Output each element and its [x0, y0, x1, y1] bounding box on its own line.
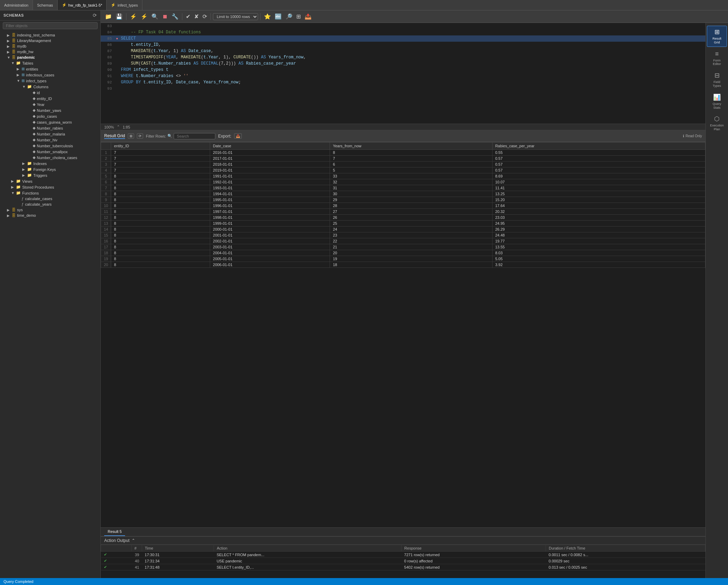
- folder-columns[interactable]: ▼ 📁 Columns: [0, 84, 100, 90]
- col-response[interactable]: Response: [402, 545, 546, 552]
- column-item-id[interactable]: ◆ id: [0, 90, 100, 96]
- folder-functions[interactable]: ▼ 📁 Functions: [0, 190, 100, 196]
- table-row[interactable]: 272017-01-0170.57: [101, 156, 705, 162]
- search-input[interactable]: [174, 133, 215, 139]
- table-row[interactable]: 1782003-01-012113.55: [101, 244, 705, 250]
- export-button[interactable]: 📤: [303, 13, 313, 20]
- column-item-rabies[interactable]: ◆ Number_rabies: [0, 125, 100, 131]
- table-row[interactable]: 1281998-01-012623.03: [101, 215, 705, 221]
- schema-item-sys[interactable]: ▶ 🗄 sys: [0, 207, 100, 213]
- table-cell: 1998-01-01: [210, 215, 330, 221]
- table-item-infect-types[interactable]: ▼ ⊞ infect_types: [0, 78, 100, 84]
- table-row[interactable]: 1181997-01-012720.32: [101, 209, 705, 215]
- sidebar-action-icon[interactable]: ⟳: [93, 13, 97, 18]
- column-item-year[interactable]: ◆ Year: [0, 101, 100, 107]
- format-button[interactable]: 🔤: [273, 13, 283, 20]
- col-time[interactable]: Time: [142, 545, 214, 552]
- table-row[interactable]: 372018-01-0160.57: [101, 162, 705, 167]
- column-item-polio[interactable]: ◆ polio_cases: [0, 113, 100, 119]
- data-grid-wrapper[interactable]: entity_ID Date_case Years_from_now Rabie…: [101, 142, 705, 527]
- form-editor-panel-button[interactable]: ≡ FormEditor: [707, 48, 727, 68]
- table-item-entities[interactable]: ▶ ⊞ entities: [0, 66, 100, 72]
- schema-item-time-demo[interactable]: ▶ 🗄 time_demo: [0, 213, 100, 218]
- grid-view-button[interactable]: ⊞: [128, 133, 134, 139]
- table-row[interactable]: 1482000-01-012426.29: [101, 226, 705, 232]
- zoom-controls[interactable]: ⌃: [117, 125, 120, 129]
- table-row[interactable]: 1582001-01-012324.48: [101, 232, 705, 238]
- table-row[interactable]: 581991-01-01338.69: [101, 173, 705, 179]
- col-header-years[interactable]: Years_from_now: [330, 142, 492, 150]
- folder-foreign-keys[interactable]: ▶ 📁 Foreign Keys: [0, 166, 100, 172]
- column-item-cholera[interactable]: ◆ Number_cholera_cases: [0, 155, 100, 160]
- execute-button[interactable]: ⚡: [129, 13, 138, 20]
- schema-item-library[interactable]: ▶ 🗄 LibraryManagement: [0, 38, 100, 43]
- commit-button[interactable]: ✔: [184, 13, 192, 20]
- tools-button[interactable]: 🔧: [170, 13, 180, 20]
- query-stats-panel-button[interactable]: 📊 QueryStats: [707, 91, 727, 112]
- table-row[interactable]: 681992-01-013210.07: [101, 179, 705, 185]
- save-button[interactable]: 💾: [114, 13, 124, 20]
- column-item-entity-id[interactable]: ◆ entity_ID: [0, 96, 100, 101]
- execution-plan-panel-button[interactable]: ⬡ ExecutionPlan: [707, 113, 727, 133]
- column-item-smallpox[interactable]: ◆ Number_smallpox: [0, 149, 100, 155]
- table-row[interactable]: 881994-01-013013.25: [101, 191, 705, 197]
- schema-item-pandemic[interactable]: ▼ 🗄 pandemic: [0, 55, 100, 60]
- grid-refresh-button[interactable]: ⟳: [137, 133, 143, 139]
- tab-administration[interactable]: Administration: [0, 0, 33, 10]
- execute-current-button[interactable]: ⚡: [139, 13, 149, 20]
- folder-tables[interactable]: ▼ 📁 Tables: [0, 60, 100, 66]
- filter-objects-input[interactable]: [3, 22, 98, 29]
- result-grid-panel-button[interactable]: ⊞ ResultGrid: [707, 26, 727, 47]
- table-row[interactable]: 172016-01-0180.55: [101, 150, 705, 156]
- action-expand-icon[interactable]: ⌃: [132, 538, 135, 543]
- table-row[interactable]: 1381999-01-012524.95: [101, 221, 705, 226]
- rollback-button[interactable]: ✘: [193, 13, 200, 20]
- column-item-malaria[interactable]: ◆ Number_malaria: [0, 131, 100, 137]
- limit-select[interactable]: Limit to 10000 rows: [213, 13, 258, 20]
- col-header-date-case[interactable]: Date_case: [210, 142, 330, 150]
- table-row[interactable]: 2082006-01-01183.92: [101, 262, 705, 268]
- table-row[interactable]: 1682002-01-012219.77: [101, 238, 705, 244]
- column-item-hiv[interactable]: ◆ Number_hiv: [0, 137, 100, 143]
- field-types-panel-button[interactable]: ⊟ FieldTypes: [707, 69, 727, 90]
- folder-views[interactable]: ▶ 📁 Views: [0, 178, 100, 184]
- col-header-entity-id[interactable]: entity_ID: [111, 142, 210, 150]
- col-header-rabies[interactable]: Rabies_case_per_year: [492, 142, 705, 150]
- schema-item-mydb-hw[interactable]: ▶ 🗄 mydb_hw: [0, 49, 100, 55]
- column-item-guinea[interactable]: ◆ cases_guinea_worm: [0, 119, 100, 125]
- schema-item-mydb[interactable]: ▶ 🗄 mydb: [0, 43, 100, 49]
- column-item-number-yaws[interactable]: ◆ Number_yaws: [0, 107, 100, 113]
- table-item-infectious[interactable]: ▶ ⊞ infectious_cases: [0, 72, 100, 78]
- tab-schemas[interactable]: Schemas: [33, 0, 58, 10]
- schema-item-indexing[interactable]: ▶ 🗄 indexing_test_schema: [0, 32, 100, 38]
- table-row[interactable]: 981995-01-012915.20: [101, 197, 705, 203]
- table-row[interactable]: 472019-01-0150.57: [101, 167, 705, 173]
- table-row[interactable]: 1982005-01-01195.05: [101, 256, 705, 262]
- open-file-button[interactable]: 📁: [104, 13, 113, 20]
- table-row[interactable]: 1882004-01-01208.03: [101, 250, 705, 256]
- col-duration[interactable]: Duration / Fetch Time: [546, 545, 705, 552]
- stop-button[interactable]: ⏹: [161, 13, 169, 20]
- result-tab-5[interactable]: Result 5: [104, 528, 125, 536]
- function-item-calculate-cases[interactable]: ƒ calculate_cases: [0, 196, 100, 201]
- col-action[interactable]: Action: [214, 545, 402, 552]
- table-row[interactable]: 1081996-01-012817.64: [101, 203, 705, 209]
- export-button[interactable]: 📤: [234, 133, 242, 139]
- line-number: 92: [101, 80, 115, 84]
- function-item-calculate-years[interactable]: ƒ calculate_years: [0, 201, 100, 207]
- tab-query-file[interactable]: ⚡ hw_rdb_fp_task1-5*: [58, 0, 107, 10]
- search-button[interactable]: 🔍: [150, 13, 160, 20]
- sql-editor[interactable]: 83 84 -- FP Task 04 Date functions 85 ●: [101, 23, 705, 124]
- bookmark-button[interactable]: ⭐: [263, 13, 272, 20]
- table-row[interactable]: 781993-01-013111.41: [101, 185, 705, 191]
- folder-icon: 📁: [27, 161, 32, 166]
- tab-infect-types[interactable]: ⚡ infect_types: [107, 0, 142, 10]
- column-item-tuberculosis[interactable]: ◆ Number_tuberculosis: [0, 143, 100, 149]
- refresh-button[interactable]: ⟳: [201, 13, 208, 20]
- result-grid-tab[interactable]: Result Grid: [104, 133, 125, 139]
- folder-triggers[interactable]: ▶ 📁 Triggers: [0, 172, 100, 178]
- columns-button[interactable]: ⊞: [295, 13, 302, 20]
- zoom-button[interactable]: 🔎: [284, 13, 294, 20]
- folder-indexes[interactable]: ▶ 📁 Indexes: [0, 160, 100, 166]
- folder-stored-procedures[interactable]: ▶ 📁 Stored Procedures: [0, 184, 100, 190]
